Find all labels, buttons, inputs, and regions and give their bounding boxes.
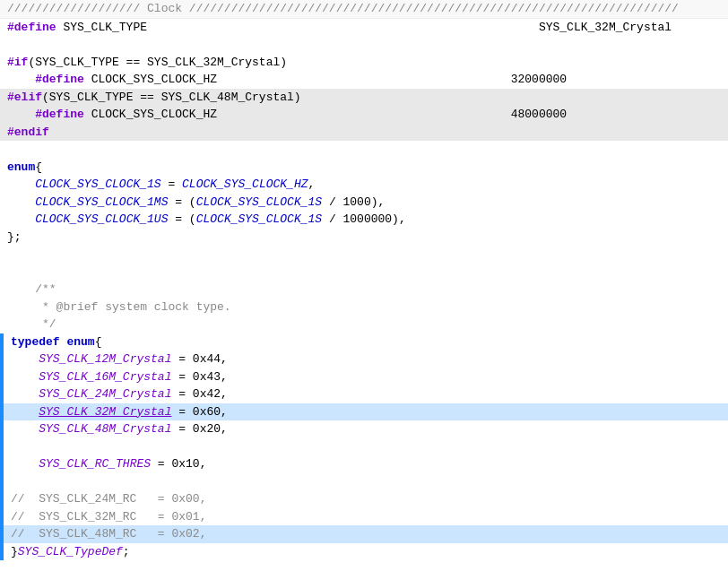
keyword: enum <box>7 159 35 177</box>
code-line: CLOCK_SYS_CLOCK_1US = (CLOCK_SYS_CLOCK_1… <box>0 211 728 229</box>
keyword: #define <box>35 106 84 124</box>
code-text: { <box>95 333 102 351</box>
comment-text: // SYS_CLK_32M_RC = 0x01, <box>11 508 206 526</box>
enum-member: CLOCK_SYS_CLOCK_1MS <box>35 194 168 212</box>
typedef-member: SYS_CLK_RC_THRES <box>39 455 151 473</box>
indent <box>11 385 39 403</box>
indent <box>7 194 35 212</box>
comment-line: /** <box>0 281 728 299</box>
code-line: CLOCK_SYS_CLOCK_1S = CLOCK_SYS_CLOCK_HZ, <box>0 176 728 194</box>
enum-ref: CLOCK_SYS_CLOCK_HZ <box>182 176 308 194</box>
typedef-member: SYS_CLK_48M_Crystal <box>39 420 171 438</box>
keyword: #define <box>7 19 56 37</box>
code-text: CLOCK_SYS_CLOCK_HZ <box>84 106 511 124</box>
code-text: ; <box>123 543 130 561</box>
code-text: = 0x20, <box>171 420 227 438</box>
keyword: #if <box>7 54 28 72</box>
code-line: typedef enum{ <box>4 333 728 351</box>
empty-line <box>0 246 728 264</box>
comment-line: * @brief system clock type. <box>0 299 728 316</box>
comment-line: */ <box>0 316 728 333</box>
code-line: CLOCK_SYS_CLOCK_1MS = (CLOCK_SYS_CLOCK_1… <box>0 194 728 212</box>
comment-text: * @brief system clock type. <box>42 299 231 316</box>
indent <box>7 106 35 124</box>
typedef-section: typedef enum{ SYS_CLK_12M_Crystal = 0x44… <box>0 333 728 561</box>
empty-line <box>0 141 728 159</box>
enum-ref: CLOCK_SYS_CLOCK_1S <box>196 211 322 229</box>
comment-text: /** <box>35 281 56 299</box>
keyword: #elif <box>7 89 42 107</box>
code-container: /////////////////// Clock //////////////… <box>0 0 728 580</box>
code-line-selected: SYS_CLK_32M_Crystal = 0x60, <box>4 403 728 421</box>
typedef-member: SYS_CLK_16M_Crystal <box>39 368 171 386</box>
typedef-member: SYS_CLK_24M_Crystal <box>39 385 171 403</box>
typedef-content: typedef enum{ SYS_CLK_12M_Crystal = 0x44… <box>4 333 728 561</box>
code-text: = 0x43, <box>171 368 227 386</box>
typedef-member: SYS_CLK_12M_Crystal <box>39 351 171 368</box>
typedef-name: SYS_CLK_TypeDef <box>18 543 123 561</box>
code-line: SYS_CLK_48M_Crystal = 0x20, <box>4 420 728 438</box>
indent <box>7 281 35 299</box>
code-text: (SYS_CLK_TYPE == SYS_CLK_32M_Crystal) <box>28 54 287 72</box>
header-line: /////////////////// Clock //////////////… <box>0 0 728 19</box>
code-line: }SYS_CLK_TypeDef; <box>4 543 728 561</box>
code-text: SYS_CLK_TYPE <box>56 19 539 37</box>
indent <box>11 455 39 473</box>
comment-text: */ <box>42 316 56 333</box>
code-line-highlighted: #define CLOCK_SYS_CLOCK_HZ 48000000 <box>0 106 728 124</box>
code-line: SYS_CLK_16M_Crystal = 0x43, <box>4 368 728 386</box>
code-text: / 1000000), <box>322 211 406 229</box>
keyword: typedef enum <box>11 333 95 351</box>
comment-code-line: // SYS_CLK_32M_RC = 0x01, <box>4 508 728 526</box>
code-text: = ( <box>168 194 195 212</box>
comment-code-line: // SYS_CLK_24M_RC = 0x00, <box>4 490 728 508</box>
enum-member: CLOCK_SYS_CLOCK_1S <box>35 176 160 194</box>
indent <box>11 368 39 386</box>
code-line: SYS_CLK_RC_THRES = 0x10, <box>4 455 728 473</box>
indent <box>7 299 42 316</box>
code-text: = <box>161 176 182 194</box>
keyword: #endif <box>7 124 49 142</box>
indent <box>11 403 39 421</box>
code-line: }; <box>0 229 728 247</box>
empty-line <box>0 36 728 54</box>
code-text: } <box>11 543 18 561</box>
empty-line <box>4 473 728 491</box>
code-text: = 0x44, <box>171 351 227 368</box>
indent <box>7 316 42 333</box>
indent <box>11 420 39 438</box>
code-line: #if(SYS_CLK_TYPE == SYS_CLK_32M_Crystal) <box>0 54 728 72</box>
keyword: #define <box>35 71 84 89</box>
enum-ref: CLOCK_SYS_CLOCK_1S <box>196 194 322 212</box>
indent <box>7 211 35 229</box>
value: 32000000 <box>511 71 567 89</box>
comment-text: // SYS_CLK_48M_RC = 0x02, <box>11 525 206 543</box>
empty-line <box>0 560 728 578</box>
indent <box>7 71 35 89</box>
indent <box>11 351 39 368</box>
header-text: /////////////////// Clock //////////////… <box>7 0 679 18</box>
code-text: = 0x60, <box>171 403 227 421</box>
code-line-highlighted: #endif <box>0 124 728 142</box>
code-text: { <box>35 159 42 177</box>
code-text: (SYS_CLK_TYPE == SYS_CLK_48M_Crystal) <box>42 89 301 107</box>
code-line: SYS_CLK_24M_Crystal = 0x42, <box>4 385 728 403</box>
empty-line <box>4 438 728 456</box>
code-line: enum{ <box>0 159 728 177</box>
typedef-member: SYS_CLK_32M_Crystal <box>39 403 171 421</box>
code-line-highlighted: #elif(SYS_CLK_TYPE == SYS_CLK_48M_Crysta… <box>0 89 728 107</box>
code-text: CLOCK_SYS_CLOCK_HZ <box>84 71 511 89</box>
code-text: = ( <box>168 211 195 229</box>
value: SYS_CLK_32M_Crystal <box>539 19 672 37</box>
code-line: SYS_CLK_12M_Crystal = 0x44, <box>4 351 728 368</box>
code-text: , <box>308 176 316 194</box>
indent <box>7 176 35 194</box>
empty-line <box>0 264 728 281</box>
value: 48000000 <box>511 106 567 124</box>
code-text: = 0x42, <box>171 385 227 403</box>
code-text: / 1000), <box>322 194 385 212</box>
code-text: }; <box>7 229 22 247</box>
enum-member: CLOCK_SYS_CLOCK_1US <box>35 211 168 229</box>
code-line: #define CLOCK_SYS_CLOCK_HZ 32000000 <box>0 71 728 89</box>
code-line: #define SYS_CLK_TYPE SYS_CLK_32M_Crystal <box>0 19 728 37</box>
